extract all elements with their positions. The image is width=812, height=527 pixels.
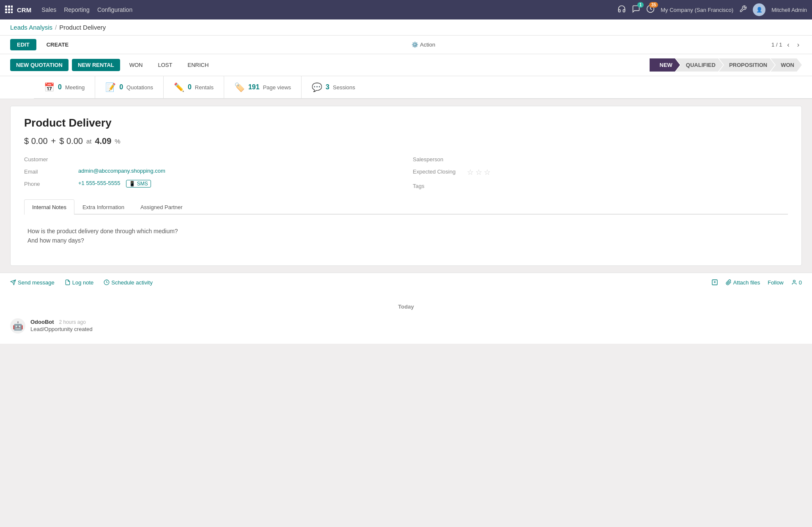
message-time: 2 hours ago	[59, 319, 85, 325]
rental-icon: ✏️	[174, 82, 184, 92]
record-card: Product Delivery $ 0.00 + $ 0.00 at 4.09…	[10, 106, 802, 266]
stat-meeting[interactable]: 📅 0 Meeting	[34, 76, 95, 98]
create-button[interactable]: CREATE	[40, 39, 75, 50]
phone-value[interactable]: +1 555-555-5555	[78, 180, 120, 186]
tags-row: Tags	[413, 182, 788, 189]
message-item: 🤖 OdooBot 2 hours ago Lead/Opportunity c…	[10, 315, 802, 337]
enrich-button[interactable]: ENRICH	[181, 59, 214, 71]
tabs: Internal Notes Extra Information Assigne…	[24, 199, 788, 215]
gear-icon: ⚙️	[411, 41, 418, 48]
right-fields: Salesperson Expected Closing ☆ ☆ ☆ Tags	[413, 156, 788, 189]
fields-grid: Customer Email admin@abccompany.shopping…	[24, 156, 788, 189]
stage-pipeline: NEW QUALIFIED PROPOSITION WON	[650, 58, 802, 72]
amount-at: at	[86, 138, 92, 145]
calendar-icon: 📅	[44, 82, 55, 92]
message-author: OdooBot	[30, 319, 54, 325]
tools-icon[interactable]	[739, 5, 747, 15]
schedule-activity-button[interactable]: Schedule activity	[104, 279, 153, 286]
action-bar: EDIT CREATE ⚙️ Action 1 / 1 ‹ ›	[0, 36, 812, 54]
chatter-right: Attach files Follow 0	[711, 279, 802, 286]
stage-proposition[interactable]: PROPOSITION	[719, 58, 775, 72]
log-note-button[interactable]: Log note	[65, 279, 94, 286]
tags-label: Tags	[413, 182, 464, 189]
edit-button[interactable]: EDIT	[10, 39, 36, 50]
breadcrumb: Leads Analysis / Product Delivery	[0, 19, 812, 36]
quotation-count: 0	[119, 83, 123, 91]
star-1[interactable]: ☆	[467, 168, 474, 177]
messages-section: Today 🤖 OdooBot 2 hours ago Lead/Opportu…	[0, 292, 812, 344]
clock-badge: 35	[649, 2, 658, 8]
meeting-label: Meeting	[65, 84, 85, 91]
email-row: Email admin@abccompany.shopping.com	[24, 168, 399, 175]
star-2[interactable]: ☆	[475, 168, 482, 177]
stage-qualified[interactable]: QUALIFIED	[676, 58, 723, 72]
breadcrumb-separator: /	[55, 24, 57, 31]
pct-symbol: %	[115, 138, 120, 145]
sms-button[interactable]: 📱 SMS	[126, 180, 151, 188]
sms-icon: 📱	[129, 181, 135, 187]
sessions-icon: 💬	[312, 82, 322, 92]
stage-won[interactable]: WON	[771, 58, 802, 72]
tab-extra-information[interactable]: Extra Information	[74, 199, 132, 215]
note-line1: How is the product delivery done through…	[27, 226, 785, 236]
user-avatar[interactable]: 👤	[753, 3, 765, 16]
quotation-label: Quotations	[126, 84, 153, 91]
sessions-count: 3	[326, 83, 329, 91]
stat-sessions[interactable]: 💬 3 Sessions	[302, 76, 365, 98]
new-rental-button[interactable]: NEW RENTAL	[72, 59, 120, 71]
note-line2: And how many days?	[27, 236, 785, 245]
menu-item-sales[interactable]: Sales	[41, 5, 56, 15]
followers-count[interactable]: 0	[791, 279, 802, 286]
prev-page-button[interactable]: ‹	[785, 40, 792, 50]
admin-name[interactable]: Mitchell Admin	[771, 7, 807, 13]
day-divider: Today	[10, 304, 802, 310]
svg-rect-1	[8, 6, 10, 8]
percentage: 4.09	[95, 136, 111, 146]
stage-new[interactable]: NEW	[650, 58, 680, 72]
menu-item-configuration[interactable]: Configuration	[97, 5, 132, 15]
rental-count: 0	[188, 83, 192, 91]
record-amount: $ 0.00 + $ 0.00 at 4.09 %	[24, 136, 788, 146]
breadcrumb-parent[interactable]: Leads Analysis	[10, 24, 52, 31]
pagination: 1 / 1 ‹ ›	[771, 40, 802, 50]
svg-rect-5	[11, 8, 13, 11]
app-name[interactable]: CRM	[17, 6, 31, 14]
tab-assigned-partner[interactable]: Assigned Partner	[132, 199, 191, 215]
action-button[interactable]: ⚙️ Action	[406, 39, 440, 50]
email-label: Email	[24, 168, 75, 175]
message-text: Lead/Opportunity created	[30, 326, 802, 332]
note-icon-button[interactable]	[711, 279, 718, 286]
sessions-label: Sessions	[333, 84, 355, 91]
follow-button[interactable]: Follow	[768, 279, 784, 286]
tab-internal-notes[interactable]: Internal Notes	[24, 199, 74, 215]
phone-row: Phone +1 555-555-5555 📱 SMS	[24, 180, 399, 188]
clock-icon[interactable]: 35	[646, 5, 655, 15]
headset-icon[interactable]	[617, 5, 626, 15]
priority-stars[interactable]: ☆ ☆ ☆	[467, 168, 491, 177]
topnav-right: 1 35 My Company (San Francisco) 👤 Mitche…	[617, 3, 807, 16]
attach-files-button[interactable]: Attach files	[726, 279, 760, 286]
salesperson-section-label: Salesperson	[413, 156, 788, 163]
star-3[interactable]: ☆	[484, 168, 491, 177]
phone-label: Phone	[24, 180, 75, 187]
menu-item-reporting[interactable]: Reporting	[64, 5, 90, 15]
left-fields: Customer Email admin@abccompany.shopping…	[24, 156, 399, 189]
stat-rentals[interactable]: ✏️ 0 Rentals	[164, 76, 224, 98]
quotation-icon: 📝	[105, 82, 116, 92]
odoobot-avatar: 🤖	[10, 318, 25, 334]
stat-pageviews[interactable]: 🏷️ 191 Page views	[224, 76, 302, 98]
svg-rect-4	[8, 8, 10, 11]
won-button[interactable]: WON	[123, 59, 149, 71]
stats-bar: 📅 0 Meeting 📝 0 Quotations ✏️ 0 Rentals …	[34, 76, 812, 99]
company-name[interactable]: My Company (San Francisco)	[661, 7, 733, 13]
next-page-button[interactable]: ›	[795, 40, 802, 50]
grid-icon[interactable]	[5, 6, 13, 14]
new-quotation-button[interactable]: NEW QUOTATION	[10, 59, 69, 71]
top-menu: Sales Reporting Configuration	[41, 5, 617, 15]
pipeline-bar: NEW QUOTATION NEW RENTAL WON LOST ENRICH…	[0, 54, 812, 76]
email-value[interactable]: admin@abccompany.shopping.com	[78, 168, 165, 174]
chat-icon[interactable]: 1	[632, 5, 640, 15]
stat-quotations[interactable]: 📝 0 Quotations	[95, 76, 164, 98]
send-message-button[interactable]: Send message	[10, 279, 55, 286]
lost-button[interactable]: LOST	[152, 59, 178, 71]
